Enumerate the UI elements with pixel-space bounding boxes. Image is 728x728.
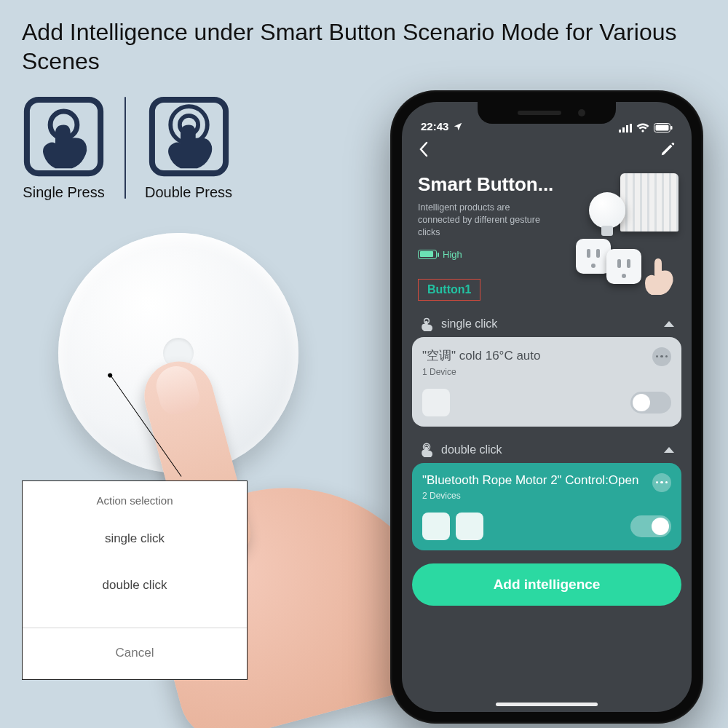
single-press-icon (22, 95, 106, 178)
section-head-double-label: double click (441, 443, 502, 456)
hero-devices (544, 173, 678, 293)
single-press-col: Single Press (22, 95, 106, 201)
press-divider (124, 97, 126, 199)
section-head-single-label: single click (441, 317, 497, 331)
section-double-click: double click "Bluetooth Rope Motor 2" Co… (402, 437, 692, 550)
plug-icon (606, 249, 641, 284)
action-sheet: Action selection single click double cli… (22, 480, 248, 680)
card-single-more[interactable] (652, 347, 671, 366)
single-press-label: Single Press (23, 184, 104, 201)
card-double-click[interactable]: "Bluetooth Rope Motor 2" Control:Open 2 … (412, 463, 681, 550)
hero: Smart Button... Intelligent products are… (402, 166, 692, 266)
card-single-title: "空调" cold 16°C auto (422, 347, 671, 364)
phone-screen: 22:43 (402, 102, 692, 712)
status-time: 22:43 (421, 120, 448, 132)
card-double-sub: 2 Devices (422, 491, 671, 501)
plug-icon (576, 239, 611, 274)
press-row: Single Press Double Press (22, 95, 232, 201)
section-head-double[interactable]: double click (412, 437, 681, 463)
smart-button-device (58, 233, 298, 473)
card-single-sub: 1 Device (422, 367, 671, 377)
card-double-thumbs (422, 513, 483, 540)
card-double-toggle[interactable] (630, 515, 671, 537)
hero-subtitle: Intelligent products are connected by di… (418, 202, 549, 239)
edit-button[interactable] (660, 141, 676, 162)
card-single-thumbs (422, 389, 450, 416)
pointing-hand-icon (644, 256, 676, 296)
page-headline: Add Intelligence under Smart Button Scen… (22, 17, 692, 76)
wifi-icon (636, 123, 649, 132)
bulb-icon (589, 192, 625, 229)
card-single-toggle[interactable] (630, 392, 671, 414)
svg-rect-7 (626, 125, 628, 132)
device-thumb (422, 513, 450, 540)
svg-rect-11 (671, 126, 673, 130)
topbar (402, 134, 692, 166)
phone-frame: 22:43 (390, 90, 703, 724)
back-button[interactable] (418, 141, 430, 162)
double-press-col: Double Press (145, 95, 232, 201)
action-sheet-double-click[interactable]: double click (23, 562, 247, 609)
button1-chip[interactable]: Button1 (418, 279, 480, 301)
double-press-label: Double Press (145, 184, 232, 201)
svg-rect-8 (630, 124, 632, 132)
action-sheet-cancel[interactable]: Cancel (23, 628, 247, 679)
chevron-up-icon (664, 447, 674, 453)
action-sheet-single-click[interactable]: single click (23, 515, 247, 562)
svg-rect-5 (619, 130, 621, 132)
chevron-up-icon (664, 321, 674, 327)
svg-rect-10 (656, 125, 669, 131)
device-thumb (422, 389, 450, 416)
card-single-click[interactable]: "空调" cold 16°C auto 1 Device (412, 337, 681, 427)
location-arrow-icon (453, 122, 463, 132)
card-double-more[interactable] (652, 473, 671, 492)
section-head-single[interactable]: single click (412, 311, 681, 337)
cell-signal-icon (619, 124, 632, 132)
device-thumb (456, 513, 483, 540)
phone-notch (478, 102, 616, 124)
svg-rect-6 (622, 127, 625, 132)
card-double-title: "Bluetooth Rope Motor 2" Control:Open (422, 473, 671, 488)
curtain-icon (620, 173, 678, 232)
device-battery-label: High (443, 249, 462, 260)
section-single-click: single click "空调" cold 16°C auto 1 Devic… (402, 311, 692, 427)
tap-double-icon (419, 443, 434, 457)
action-sheet-title: Action selection (23, 481, 247, 515)
chevron-left-icon (418, 141, 430, 157)
battery-icon (418, 250, 437, 259)
battery-status-icon (654, 123, 673, 132)
pencil-icon (660, 141, 676, 157)
double-press-icon (147, 95, 231, 178)
tap-single-icon (419, 317, 434, 331)
add-intelligence-button[interactable]: Add intelligence (412, 563, 681, 606)
home-indicator[interactable] (496, 703, 598, 706)
